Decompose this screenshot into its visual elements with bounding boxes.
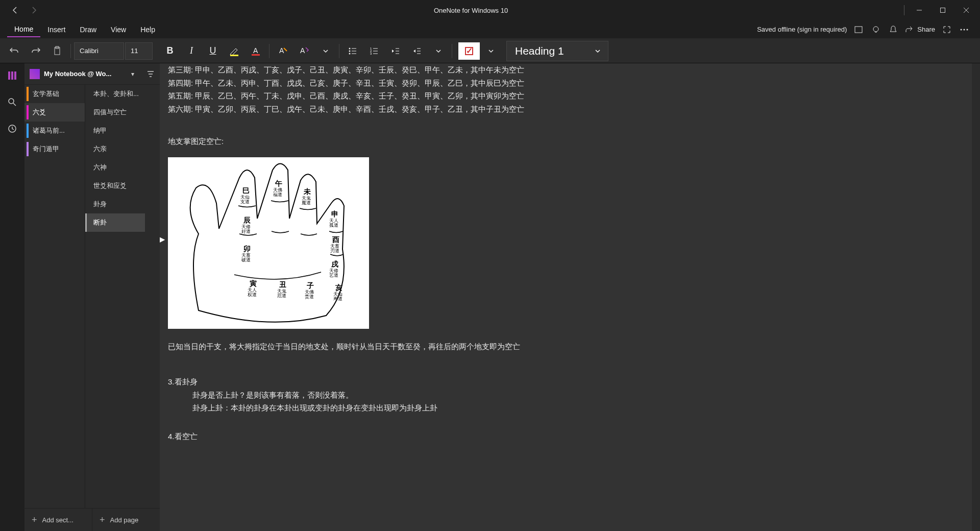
todo-tag-button[interactable] (458, 42, 480, 60)
clear-format-button[interactable]: A (273, 41, 293, 61)
fullscreen-read-icon[interactable] (850, 21, 867, 38)
hand-sublabel: 天仙 支道 (240, 195, 250, 205)
content-line[interactable]: 第五期: 甲辰、乙巳、丙午、丁未、戊申、己酉、庚戌、辛亥、壬子、癸丑、甲寅、乙卯… (168, 89, 972, 103)
style-dropdown[interactable]: Heading 1 (506, 41, 608, 61)
content-heading[interactable]: 4.看空亡 (168, 430, 972, 443)
svg-rect-8 (230, 55, 238, 56)
svg-rect-20 (11, 71, 13, 80)
hand-label: 申 (331, 210, 338, 218)
content-heading[interactable]: 3.看卦身 (168, 375, 972, 389)
checkbox-icon (465, 47, 473, 55)
section-tab[interactable]: 奇门遁甲 (24, 140, 85, 158)
chevron-down-icon: ▾ (131, 70, 134, 78)
menu-view[interactable]: View (104, 22, 133, 37)
hand-sublabel: 天人 孤道 (329, 219, 338, 229)
numbered-list-button[interactable]: 123 (364, 41, 384, 61)
recent-rail-icon[interactable] (4, 120, 20, 137)
hand-label: 卯 (243, 245, 251, 253)
page-item[interactable]: 断卦 (85, 213, 145, 232)
bell-icon[interactable] (885, 21, 902, 38)
hand-sublabel: 天鬼 魔道 (302, 196, 311, 206)
minimize-button[interactable] (908, 0, 931, 20)
font-size-input[interactable]: 11 (125, 42, 153, 60)
underline-button[interactable]: U (203, 41, 223, 61)
undo-button[interactable] (4, 41, 24, 61)
search-rail-icon[interactable] (4, 94, 20, 110)
menu-help[interactable]: Help (133, 22, 162, 37)
add-section-button[interactable]: + Add sect... (24, 509, 92, 531)
content-line[interactable]: 第六期: 甲寅、乙卯、丙辰、丁巳、戊午、己未、庚申、辛酉、壬戌、癸亥、甲子、乙丑… (168, 103, 972, 116)
collapse-nav-handle[interactable]: ▶ (160, 233, 166, 245)
content-line[interactable]: 卦身上卦：本卦的卦身在本卦出现或变卦的卦身在变卦出现即为卦身上卦 (168, 401, 972, 415)
toolbar: Calibri 11 B I U A A A 123 Heading 1 (0, 39, 980, 63)
menu-home[interactable]: Home (7, 22, 40, 37)
svg-text:A: A (253, 46, 258, 55)
font-name-input[interactable]: Calibri (74, 42, 124, 60)
notebook-header[interactable]: My Notebook @ Wo... ▾ (24, 63, 160, 85)
hand-sublabel: 天佛 贵道 (305, 290, 314, 300)
add-section-label: Add sect... (42, 516, 74, 524)
page-item[interactable]: 六亲 (85, 140, 145, 158)
page-item[interactable]: 六神 (85, 158, 145, 177)
hand-label: 戌 (331, 260, 338, 268)
plus-icon: + (32, 515, 37, 525)
clipboard-button[interactable] (47, 41, 67, 61)
page-item[interactable]: 本卦、变卦和... (85, 85, 145, 103)
sort-icon[interactable] (146, 70, 155, 78)
hand-label: 辰 (243, 216, 251, 224)
page-item[interactable]: 世爻和应爻 (85, 177, 145, 195)
content-line[interactable]: 已知当日的干支，将大拇指定位于当日的地支处，顺时针从当日天干数至癸，再往后的两个… (168, 340, 972, 353)
sections-list: 玄学基础六爻诸葛马前...奇门遁甲 (24, 85, 85, 508)
hand-label: 巳 (242, 187, 250, 195)
notebooks-rail-icon[interactable] (4, 67, 20, 84)
outdent-button[interactable] (385, 41, 406, 61)
hand-sublabel: 天修 好道 (241, 225, 251, 235)
chevron-down-icon (595, 48, 601, 54)
page-item[interactable]: 四值与空亡 (85, 103, 145, 122)
section-color-stripe (27, 105, 29, 119)
content-line[interactable]: 卦身是否上卦？是则该事有着落，否则没着落。 (168, 389, 972, 402)
font-more-dropdown[interactable] (315, 41, 336, 61)
section-tab[interactable]: 玄学基础 (24, 85, 85, 103)
content-line[interactable]: 第三期: 甲申、乙酉、丙戌、丁亥、戊子、己丑、庚寅、辛卯、壬辰、癸巳、甲午、乙未… (168, 63, 972, 77)
italic-button[interactable]: I (181, 41, 202, 61)
style-dropdown-label: Heading 1 (515, 45, 564, 57)
menubar: Home Insert Draw View Help Saved offline… (0, 20, 980, 39)
svg-point-2 (873, 27, 878, 32)
svg-point-3 (961, 29, 962, 30)
menu-draw[interactable]: Draw (72, 22, 104, 37)
bulleted-list-button[interactable] (342, 41, 363, 61)
bold-button[interactable]: B (160, 41, 180, 61)
tag-dropdown[interactable] (481, 41, 501, 61)
back-button[interactable] (8, 3, 22, 17)
content-line[interactable]: 地支掌图定空亡: (168, 135, 972, 148)
section-tab[interactable]: 六爻 (24, 103, 85, 122)
svg-rect-19 (8, 71, 10, 80)
add-page-button[interactable]: + Add page (92, 509, 160, 531)
share-label: Share (917, 26, 935, 33)
highlight-button[interactable] (224, 41, 244, 61)
page-item[interactable]: 纳甲 (85, 122, 145, 140)
paragraph-more-dropdown[interactable] (428, 41, 449, 61)
section-tab[interactable]: 诸葛马前... (24, 122, 85, 140)
menu-insert[interactable]: Insert (40, 22, 72, 37)
section-label: 玄学基础 (33, 89, 59, 99)
font-color-button[interactable]: A (246, 41, 266, 61)
share-button[interactable]: Share (902, 26, 938, 34)
svg-point-4 (964, 29, 965, 30)
page-item[interactable]: 卦身 (85, 195, 145, 213)
content-line[interactable]: 第四期: 甲午、乙未、丙申、丁酉、戊戌、己亥、庚子、辛丑、壬寅、癸卯、甲辰、乙巳… (168, 77, 972, 90)
maximize-button[interactable] (931, 0, 954, 20)
redo-button[interactable] (26, 41, 46, 61)
format-painter-button[interactable]: A (294, 41, 314, 61)
indent-button[interactable] (407, 41, 427, 61)
close-button[interactable] (954, 0, 978, 20)
notebook-name: My Notebook @ Wo... (44, 70, 127, 78)
vertical-scrollbar[interactable] (972, 63, 980, 531)
note-canvas[interactable]: ▶ 第三期: 甲申、乙酉、丙戌、丁亥、戊子、己丑、庚寅、辛卯、壬辰、癸巳、甲午、… (160, 63, 972, 531)
tips-icon[interactable] (867, 21, 885, 38)
forward-button[interactable] (27, 3, 41, 17)
svg-text:3: 3 (370, 52, 372, 55)
more-icon[interactable] (955, 21, 973, 38)
enter-fullscreen-icon[interactable] (938, 21, 955, 38)
